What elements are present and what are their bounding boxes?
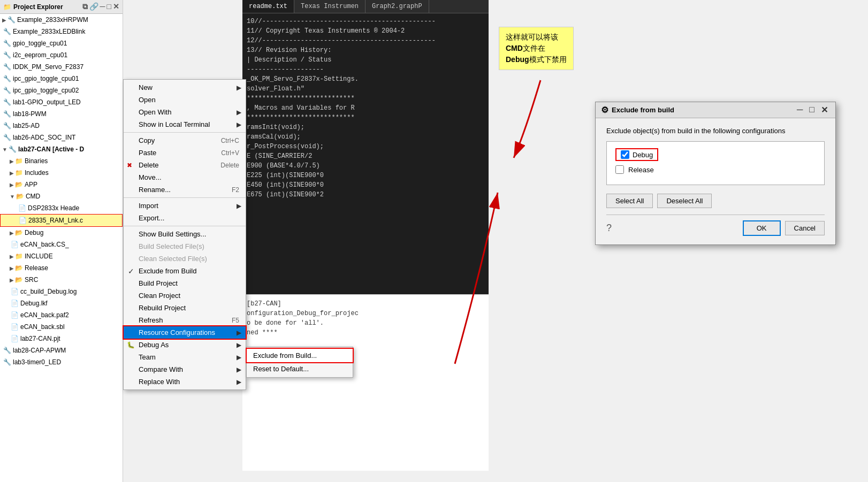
editor-tab-readme[interactable]: readme.txt [242,0,294,13]
tree-item-28335_ram_lnk[interactable]: 📄 28335_RAM_Lnk.c [0,214,123,227]
tree-item-lab3_timer[interactable]: 🔧 lab3-timer0_LED [0,356,123,368]
debug-label[interactable]: Debug [633,151,653,159]
menu-item-exclude_from_build[interactable]: ✓ Exclude from Build [124,265,246,277]
tree-arrow: ▶ [10,157,14,165]
menu-label: Rebuild Project [139,304,186,312]
menu-item-open[interactable]: Open [124,94,246,106]
tree-item-lab28_cap[interactable]: 🔧 lab28-CAP-APWM [0,345,123,356]
deselect-all-button[interactable]: Deselect All [657,194,712,208]
tree-item-i2c_eeprom_cpu01[interactable]: 🔧 i2c_eeprom_cpu01 [0,49,123,61]
tree-item-release[interactable]: ▶ 📂 Release [0,262,123,274]
tree-item-example2833hrpwm[interactable]: ▶ 🔧 Example_2833xHRPWM [0,14,123,26]
debug-checkbox-container: Debug [615,148,658,161]
tree-item-src[interactable]: ▶ 📂 SRC [0,274,123,286]
tree-item-lab1_gpio[interactable]: 🔧 lab1-GPIO_output_LED [0,96,123,108]
maximize-icon[interactable]: □ [107,2,111,11]
editor-tab-texas_instr[interactable]: Texas Instrumen [294,0,366,13]
tree-icon: 📂 [15,228,23,238]
menu-item-move[interactable]: Move... [124,171,246,183]
minimize-icon[interactable]: ─ [100,2,105,11]
menu-label: Clean Selected File(s) [139,255,207,263]
menu-item-team[interactable]: Team ▶ [124,351,246,363]
tree-item-lab27_can_pjt[interactable]: 📄 lab27-CAN.pjt [0,333,123,345]
dialog-restore-btn[interactable]: □ [807,105,817,115]
menu-item-show_build_settings[interactable]: Show Build Settings... [124,228,246,240]
tree-item-includes[interactable]: ▶ 📁 Includes [0,167,123,179]
submenu-item-exclude_from_build_sub[interactable]: Exclude from Build... [247,349,353,362]
dialog-cancel-button[interactable]: Cancel [785,221,825,235]
tree-item-lab18_pwm[interactable]: 🔧 lab18-PWM [0,108,123,120]
editor-tab-graph2[interactable]: Graph2.graphP [366,0,429,13]
tree-item-lab25_ad[interactable]: 🔧 lab25-AD [0,120,123,132]
menu-item-delete[interactable]: ✖ Delete Delete [124,159,246,171]
tree-item-lab27_can[interactable]: ▼ 🔧 lab27-CAN [Active - D [0,143,123,155]
tree-item-iddk_pm_servo[interactable]: 🔧 IDDK_PM_Servo_F2837 [0,61,123,73]
explorer-tree: ▶ 🔧 Example_2833xHRPWM 🔧 Example_2833xLE… [0,14,123,482]
tree-icon: 📄 [11,299,19,308]
menu-label: Delete [139,161,159,169]
tree-item-debug_folder[interactable]: ▶ 📂 Debug [0,227,123,239]
menu-item-import[interactable]: Import ▶ [124,200,246,212]
tree-item-lab26_adc[interactable]: 🔧 lab26-ADC_SOC_INT [0,132,123,143]
tree-item-app[interactable]: ▶ 📂 APP [0,179,123,190]
release-checkbox[interactable] [615,165,624,174]
tree-icon: 📄 [11,322,19,332]
tree-icon: 🔧 [3,62,11,72]
tree-item-gpio_toggle_cpu01[interactable]: 🔧 gpio_toggle_cpu01 [0,37,123,49]
tree-label: Includes [25,168,49,178]
menu-item-rebuild_project[interactable]: Rebuild Project [124,302,246,314]
release-label[interactable]: Release [628,166,654,174]
tree-item-dsp2833x_header[interactable]: 📄 DSP2833x Heade [0,202,123,214]
submenu-arrow-icon: ▶ [237,329,241,336]
tree-label: APP [25,180,37,189]
tree-icon: 📄 [11,310,19,320]
tree-icon: 🔧 [3,97,11,107]
menu-item-paste[interactable]: Paste Ctrl+V [124,147,246,159]
tree-label: SRC [25,275,38,285]
link-editor-icon[interactable]: 🔗 [89,2,98,11]
tree-item-binaries[interactable]: ▶ 📁 Binaries [0,155,123,167]
dialog-help-icon[interactable]: ? [606,223,612,234]
menu-item-replace_with[interactable]: Replace With ▶ [124,376,246,388]
menu-item-rename[interactable]: Rename... F2 [124,183,246,196]
dialog-minimize-btn[interactable]: ─ [795,105,805,115]
tree-arrow: ▶ [10,253,14,261]
menu-label: Exclude from Build [139,267,196,275]
submenu-label: Exclude from Build... [253,351,317,359]
tree-arrow: ▼ [2,146,7,154]
close-explorer-icon[interactable]: ✕ [113,2,119,11]
tree-arrow: ▶ [2,16,6,24]
tree-item-ecan_back_sbl[interactable]: 📄 eCAN_back.sbl [0,321,123,333]
menu-item-refresh[interactable]: Refresh F5 [124,314,246,326]
tree-item-ipc_gpio_cpu02[interactable]: 🔧 ipc_gpio_toggle_cpu02 [0,85,123,96]
tree-item-cc_build_debug[interactable]: 📄 cc_build_Debug.log [0,286,123,297]
debug-checkbox[interactable] [621,150,629,159]
submenu-item-reset_to_default[interactable]: Reset to Default... [247,362,353,376]
tree-label: Example_2833xHRPWM [17,15,88,25]
menu-item-new[interactable]: New ▶ [124,81,246,94]
tree-item-ecan_back_paf2[interactable]: 📄 eCAN_back.paf2 [0,309,123,321]
menu-item-resource_configurations[interactable]: Resource Configurations ▶ [124,326,246,339]
tree-label: Debug.lkf [20,299,48,308]
menu-label: Compare With [139,365,183,373]
tree-item-ipc_gpio_cpu01[interactable]: 🔧 ipc_gpio_toggle_cpu01 [0,73,123,85]
tree-label: Example_2833xLEDBlink [13,27,85,36]
menu-item-clean_project[interactable]: Clean Project [124,289,246,302]
select-all-button[interactable]: Select All [606,194,653,208]
menu-item-open_with[interactable]: Open With ▶ [124,106,246,118]
menu-item-build_project[interactable]: Build Project [124,277,246,289]
menu-item-show_local_terminal[interactable]: Show in Local Terminal ▶ [124,118,246,131]
menu-item-debug_as[interactable]: 🐛 Debug As ▶ [124,339,246,351]
tree-item-cmd[interactable]: ▼ 📂 CMD [0,190,123,202]
dialog-close-btn[interactable]: ✕ [819,105,830,115]
tree-item-example2833ledblink[interactable]: 🔧 Example_2833xLEDBlink [0,26,123,37]
menu-item-copy[interactable]: Copy Ctrl+C [124,134,246,147]
dialog-icon: ⚙ [601,105,608,115]
menu-item-compare_with[interactable]: Compare With ▶ [124,363,246,376]
collapse-all-icon[interactable]: ⧉ [82,2,88,11]
tree-item-ecan_back[interactable]: 📄 eCAN_back.CS_ [0,239,123,250]
tree-item-include[interactable]: ▶ 📁 INCLUDE [0,250,123,262]
menu-item-export[interactable]: Export... [124,212,246,224]
tree-item-debug_lkf[interactable]: 📄 Debug.lkf [0,297,123,309]
dialog-ok-button[interactable]: OK [743,220,781,236]
